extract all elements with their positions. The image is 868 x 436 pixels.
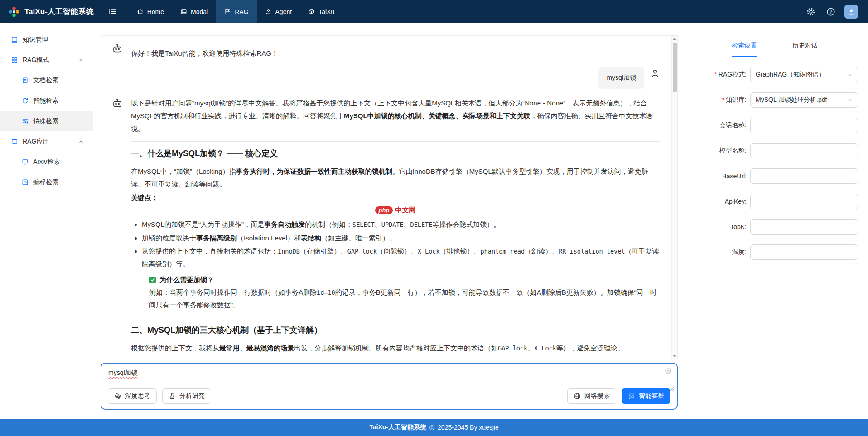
text-segment: MySQL的加锁不是“人为手动操作”，而是 xyxy=(142,220,264,228)
text-segment-bold: 事务自动触发 xyxy=(264,220,305,228)
callout-title: 为什么需要加锁？ xyxy=(149,273,660,286)
message-composer: mysql加锁 深度思考 分析研究 网络搜索 智能答疑 xyxy=(101,363,678,410)
chat-bubble-icon xyxy=(11,138,18,145)
chat-input-text: mysql加锁 xyxy=(108,369,138,376)
button-label: 深度思考 xyxy=(125,392,150,400)
chat-scrollbar[interactable] xyxy=(671,36,677,359)
text-segment-bold: 事务隔离级别 xyxy=(196,234,237,242)
apikey-input[interactable] xyxy=(750,194,858,209)
web-search-button[interactable]: 网络搜索 xyxy=(567,388,616,404)
header-actions: ? xyxy=(805,5,858,19)
deep-think-button[interactable]: 深度思考 xyxy=(108,388,157,404)
php-cn-logo: php中文网 xyxy=(131,206,660,215)
rag-mode-select[interactable]: GraphRAG（知识图谱） xyxy=(750,67,858,82)
tab-retrieval-settings[interactable]: 检索设置 xyxy=(732,35,757,56)
analyze-button[interactable]: 分析研究 xyxy=(162,388,211,404)
scroll-up-arrow[interactable] xyxy=(672,36,677,42)
text-segment: 根据您提供的上下文，我将从 xyxy=(131,344,219,352)
nav-agent[interactable]: Agent xyxy=(257,0,300,23)
sidebar-item-coding-search[interactable]: 编程检索 xyxy=(0,172,93,192)
form-row-baseurl: BaseUrl: xyxy=(692,168,858,184)
text-segment: 在MySQL中，“加锁”（Locking）指 xyxy=(131,168,236,175)
php-logo-badge: php xyxy=(375,206,393,214)
user-avatar[interactable] xyxy=(844,5,858,19)
nav-home[interactable]: Home xyxy=(129,0,172,23)
svg-text:?: ? xyxy=(829,9,832,14)
text-segment-bold: MySQL中加锁的核心机制、关键概念、实际场景和上下文关联 xyxy=(344,112,530,120)
sidebar-item-smart-search[interactable]: 智能检索 xyxy=(0,91,93,111)
text-segment: 例如：当两个事务同时操作同一行数据时（如事务A删除 xyxy=(149,288,317,296)
main-nav: Home Modal RAG Agent TaiXu xyxy=(129,0,342,23)
chat-smile-icon xyxy=(628,393,635,400)
select-value: MySQL 加锁处理分析.pdf xyxy=(756,96,847,104)
book-icon xyxy=(11,36,18,43)
sidebar-item-knowledge-management[interactable]: 知识管理 xyxy=(0,29,93,50)
model-name-input[interactable] xyxy=(750,143,858,158)
robot-avatar-icon xyxy=(112,97,123,109)
topk-input[interactable] xyxy=(750,219,858,235)
required-asterisk: * xyxy=(722,96,724,103)
help-icon[interactable]: ? xyxy=(825,5,837,18)
text-segment-bold: 事务执行时，为保证数据一致性而主动获取的锁机制 xyxy=(236,168,392,175)
form-row-temperature: 温度: xyxy=(692,244,858,260)
php-logo-text: 中文网 xyxy=(395,206,415,214)
sidebar-item-special-search[interactable]: 特殊检索 xyxy=(0,111,93,131)
field-label: BaseUrl: xyxy=(692,172,747,180)
text-segment-bold: 关键点： xyxy=(131,194,158,201)
refresh-icon xyxy=(22,97,29,104)
button-label: 分析研究 xyxy=(179,392,205,400)
robot-avatar-icon xyxy=(112,42,123,54)
nav-rag[interactable]: RAG xyxy=(216,0,256,23)
text-segment: 加锁的粒度取决于 xyxy=(142,234,196,242)
panel-tabs: 检索设置 历史对话 xyxy=(689,35,861,56)
sidebar-item-label: 智能检索 xyxy=(33,97,58,105)
form-row-model-name: 模型名称: xyxy=(692,143,858,158)
sidebar-item-label: 知识管理 xyxy=(23,36,48,44)
settings-gear-icon[interactable] xyxy=(805,5,817,18)
list-search-icon xyxy=(22,118,29,125)
nav-label: TaiXu xyxy=(318,8,334,15)
code-segment: SELECT xyxy=(352,221,375,228)
field-label: 模型名称: xyxy=(692,147,747,155)
sidebar-group-rag-mode[interactable]: RAG模式 xyxy=(0,50,93,70)
button-label: 智能答疑 xyxy=(639,392,664,400)
copyright-icon: © xyxy=(429,424,434,431)
sidebar-group-rag-apps[interactable]: RAG应用 xyxy=(0,131,93,152)
nav-modal[interactable]: Modal xyxy=(172,0,216,23)
session-name-input[interactable] xyxy=(750,118,858,133)
sidebar-item-arxiv-search[interactable]: Arxiv检索 xyxy=(0,152,93,172)
tab-history-chats[interactable]: 历史对话 xyxy=(792,35,818,56)
scrollbar-thumb[interactable] xyxy=(673,43,677,92)
smart-answer-button[interactable]: 智能答疑 xyxy=(622,388,670,404)
text-segment: 等操作会隐式加锁）。 xyxy=(432,220,500,228)
flag-icon xyxy=(224,8,231,15)
temperature-input[interactable] xyxy=(750,244,858,260)
footer-text: 2025-2045 By xuesjie xyxy=(438,424,499,431)
knowledge-base-select[interactable]: MySQL 加锁处理分析.pdf xyxy=(750,92,858,108)
chevron-down-icon xyxy=(847,72,853,77)
nav-label: Agent xyxy=(275,8,292,15)
field-label: *RAG模式: xyxy=(692,71,747,79)
clear-input-icon[interactable] xyxy=(665,368,672,374)
user-message: mysql加锁 xyxy=(112,67,660,89)
sidebar-item-label: RAG应用 xyxy=(23,138,49,146)
form-row-topk: TopK: xyxy=(692,219,858,235)
form-row-knowledge-base: *知识库: MySQL 加锁处理分析.pdf xyxy=(692,92,858,108)
keypoints-list: MySQL的加锁不是“人为手动操作”，而是事务自动触发的机制（例如：SELECT… xyxy=(142,218,660,270)
definition-paragraph: 在MySQL中，“加锁”（Locking）指事务执行时，为保证数据一致性而主动获… xyxy=(131,165,660,191)
sidebar-item-doc-search[interactable]: 文档检索 xyxy=(0,70,93,91)
scroll-down-arrow[interactable] xyxy=(672,353,677,359)
nav-taixu[interactable]: TaiXu xyxy=(300,0,342,23)
section-heading-1: 一、什么是MySQL加锁？ —— 核心定义 xyxy=(131,148,660,159)
person-headset-icon xyxy=(651,67,660,78)
code-icon xyxy=(22,179,29,186)
text-segment: 从您提供的上下文中，直接相关的术语包括： xyxy=(142,247,278,255)
list-item: 加锁的粒度取决于事务隔离级别（Isolation Level）和表结构（如主键、… xyxy=(142,232,660,244)
baseurl-input[interactable] xyxy=(750,168,858,184)
code-segment: DELETE xyxy=(410,221,433,228)
chat-input[interactable]: mysql加锁 xyxy=(108,368,659,377)
nav-label: Modal xyxy=(191,8,208,15)
text-segment: 的机制（例如： xyxy=(305,220,352,228)
sidebar-collapse-icon[interactable] xyxy=(108,7,117,16)
text-segment: 、 xyxy=(527,344,534,352)
